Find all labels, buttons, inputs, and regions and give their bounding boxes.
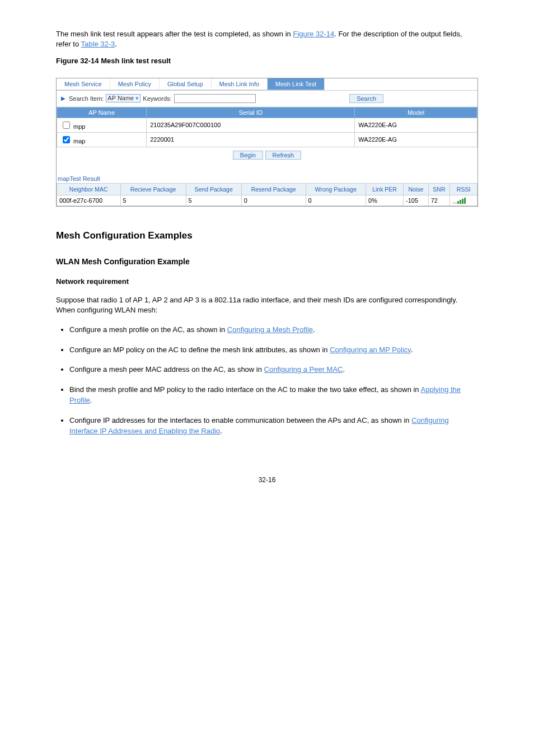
figure-mesh-link-test: Mesh Service Mesh Policy Global Setup Me… [56, 78, 478, 207]
ap-header-serial: Serial ID [147, 107, 355, 118]
table-row: map 2220001 WA2220E-AG [57, 132, 477, 147]
para-requirement: Suppose that radio 1 of AP 1, AP 2 and A… [56, 295, 478, 315]
res-h-snr: SNR [428, 183, 449, 195]
tab-global-setup[interactable]: Global Setup [160, 78, 212, 90]
list-item: Configure a mesh profile on the AC, as s… [69, 324, 478, 335]
search-row: ▶ Search Item: AP Name ▾ Keywords: Searc… [57, 91, 477, 107]
begin-button[interactable]: Begin [233, 151, 263, 160]
search-item-label: Search Item: [69, 95, 104, 102]
res-h-per: Link PER [366, 183, 404, 195]
h4-network-req: Network requirement [56, 277, 478, 286]
table-row: mpp 210235A29F007C000100 WA2220E-AG [57, 118, 477, 132]
ap-table: AP Name Serial ID Model mpp 210235A29F00… [57, 107, 477, 147]
tab-mesh-policy[interactable]: Mesh Policy [110, 78, 160, 90]
link-mp-policy[interactable]: Configuring an MP Policy [330, 346, 411, 354]
svg-rect-5 [464, 198, 466, 204]
svg-rect-1 [455, 202, 457, 204]
h2-config-examples: Mesh Configuration Examples [56, 230, 478, 241]
requirement-list: Configure a mesh profile on the AC, as s… [69, 324, 478, 437]
table-row: 000f-e27c-6700 5 5 0 0 0% -105 72 [57, 195, 477, 206]
list-item: Configure IP addresses for the interface… [69, 415, 478, 437]
link-mesh-profile[interactable]: Configuring a Mesh Profile [227, 325, 313, 334]
refresh-button[interactable]: Refresh [265, 151, 302, 160]
page-number: 32-16 [56, 476, 478, 484]
arrow-icon: ▶ [61, 95, 65, 101]
action-row: Begin Refresh [57, 147, 477, 163]
svg-rect-2 [457, 201, 459, 204]
tab-mesh-link-test[interactable]: Mesh Link Test [268, 78, 325, 90]
res-h-mac: Neighbor MAC [57, 183, 121, 195]
result-title: mapTest Result [58, 175, 477, 182]
ap-header-model: Model [355, 107, 477, 118]
chevron-down-icon: ▾ [135, 95, 139, 101]
list-item: Configure a mesh peer MAC address on the… [69, 364, 478, 375]
figure-caption: Figure 32-14 Mesh link test result [56, 57, 171, 65]
res-h-rssi: RSSI [450, 183, 477, 195]
row-checkbox[interactable] [63, 122, 70, 129]
svg-rect-4 [462, 199, 463, 204]
search-button[interactable]: Search [349, 94, 383, 103]
intro-paragraph: The mesh link test result appears after … [56, 29, 478, 49]
res-h-recv: Recieve Package [120, 183, 186, 195]
search-item-select[interactable]: AP Name ▾ [106, 94, 140, 102]
res-h-wrong: Wrong Package [306, 183, 366, 195]
list-item: Configure an MP policy on the AC to defi… [69, 344, 478, 356]
tab-mesh-service[interactable]: Mesh Service [57, 78, 110, 90]
table-ref-link[interactable]: Table 32-3 [81, 40, 115, 48]
list-item: Bind the mesh profile and MP policy to t… [69, 384, 478, 406]
row-checkbox[interactable] [63, 136, 70, 143]
tab-mesh-link-info[interactable]: Mesh Link Info [212, 78, 268, 90]
res-h-noise: Noise [404, 183, 429, 195]
tab-bar: Mesh Service Mesh Policy Global Setup Me… [57, 78, 477, 91]
figure-ref-link[interactable]: Figure 32-14 [293, 30, 334, 38]
keywords-input[interactable] [174, 94, 256, 103]
res-h-send: Send Package [186, 183, 241, 195]
result-table: Neighbor MAC Recieve Package Send Packag… [57, 183, 477, 206]
signal-icon [450, 195, 477, 206]
keywords-label: Keywords: [143, 95, 171, 102]
link-peer-mac[interactable]: Configuring a Peer MAC [264, 365, 343, 374]
ap-header-name: AP Name [57, 107, 147, 118]
svg-rect-3 [460, 200, 461, 204]
res-h-resend: Resend Package [241, 183, 306, 195]
h3-wlan-mesh: WLAN Mesh Configuration Example [56, 257, 478, 266]
svg-rect-0 [453, 202, 455, 204]
